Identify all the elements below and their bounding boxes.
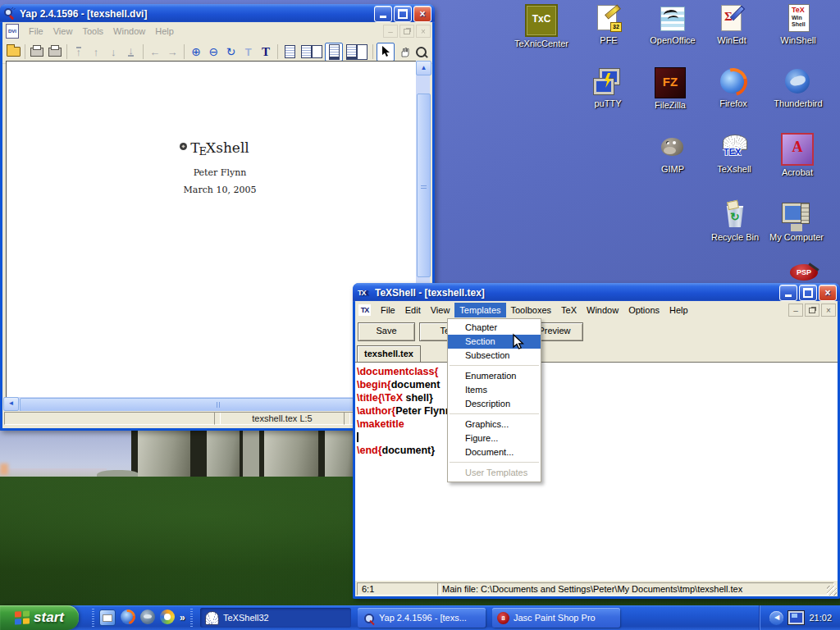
hand-tool-icon[interactable]	[395, 43, 412, 61]
texshell-menu-view[interactable]: View	[426, 303, 455, 317]
outlook-express-icon[interactable]	[99, 609, 116, 626]
thunderbird-icon[interactable]	[140, 609, 155, 624]
texshell-minimize-button[interactable]	[779, 285, 797, 301]
quick-launch-overflow-icon[interactable]: »	[180, 612, 185, 623]
yap-close-button[interactable]: ×	[413, 6, 431, 22]
yap-titlebar[interactable]: Yap 2.4.1596 - [texshell.dvi] ×	[0, 4, 435, 23]
texshell-mdi-close-button[interactable]: ×	[821, 304, 836, 317]
texshell-menu-templates[interactable]: Templates	[454, 303, 505, 317]
desktop-icon-winshell[interactable]: TeXWinShellWinShell	[767, 4, 829, 45]
texshell-titlebar[interactable]: TX TeXShell - [texshell.tex] ×	[353, 283, 840, 302]
media-player-icon[interactable]	[160, 609, 175, 624]
taskbar-button-texshell32[interactable]: TeXShell32	[200, 608, 351, 628]
yap-menu-file[interactable]: File	[24, 24, 48, 39]
gimp-icon	[658, 133, 687, 162]
texshell-mdi-restore-button[interactable]	[805, 304, 819, 317]
desktop-icon-texniccenter[interactable]: TxCTeXnicCenter	[510, 4, 573, 48]
forward-icon[interactable]: →	[164, 43, 180, 61]
main-file-status: Main file: C:\Documents and Settings\Pet…	[437, 582, 834, 596]
desktop-icon-acrobat[interactable]: AAcrobat	[766, 133, 829, 177]
yap-menu-window[interactable]: Window	[108, 24, 150, 39]
task-buttons: TeXShell32Yap 2.4.1596 - [texs...8Jasc P…	[200, 608, 620, 628]
print-icon[interactable]	[29, 43, 45, 61]
toolbar-save-button[interactable]: Save	[358, 322, 415, 341]
desktop-icon-gimp[interactable]: GIMP	[641, 133, 704, 174]
yap-status-left	[4, 412, 221, 425]
zoom-out-icon[interactable]: ⊖	[205, 43, 221, 61]
first-page-icon[interactable]: ↑	[71, 43, 87, 61]
yap-mdi-restore-button[interactable]	[399, 25, 414, 38]
texshell-menu-toolboxes[interactable]: Toolboxes	[506, 303, 557, 317]
texshell-menu-tex[interactable]: TeX	[556, 303, 582, 317]
desktop-icon-putty[interactable]: puTTY	[577, 67, 639, 108]
previous-page-icon[interactable]: ↑	[88, 43, 104, 61]
texshell-close-button[interactable]: ×	[819, 285, 837, 301]
dvi-author: Peter Flynn	[121, 167, 318, 178]
text-select-icon[interactable]: T	[240, 43, 257, 61]
taskbar-button-yap-2-4-1596-texs[interactable]: Yap 2.4.1596 - [texs...	[358, 608, 486, 628]
desktop-icon-filezilla[interactable]: FZFileZilla	[639, 67, 701, 110]
desktop-icon-paint-shop-pro[interactable]: PSP	[779, 264, 829, 281]
firefox-icon[interactable]	[121, 609, 135, 624]
zoom-in-icon[interactable]: ⊕	[188, 43, 204, 61]
continuous-double-view-icon[interactable]	[344, 43, 369, 61]
hide-icons-chevron-icon[interactable]: ◀	[769, 611, 783, 625]
scroll-left-icon[interactable]: ◄	[3, 397, 19, 411]
desktop-icon-recyclebin[interactable]: ↻Recycle Bin	[704, 201, 766, 242]
desktop-icon-texshell[interactable]: TEXTeXshell	[703, 133, 765, 174]
stone	[138, 431, 190, 480]
taskbar-button-jasc-paint-shop-pro[interactable]: 8Jasc Paint Shop Pro	[492, 608, 620, 628]
yap-mdi-close-button[interactable]: ×	[416, 25, 431, 38]
menu-item-document[interactable]: Document...	[448, 445, 541, 459]
start-button[interactable]: start	[0, 605, 79, 630]
yap-menu-help[interactable]: Help	[150, 24, 179, 39]
desktop-icon-openoffice[interactable]: OpenOffice	[641, 4, 704, 45]
yap-mdi-minimize-button[interactable]: –	[383, 25, 398, 38]
texshell-menu-window[interactable]: Window	[582, 303, 623, 317]
texshell-menu-help[interactable]: Help	[664, 303, 693, 317]
texshell-menu-file[interactable]: File	[376, 303, 400, 317]
menu-item-figure[interactable]: Figure...	[448, 431, 541, 445]
texshell-maximize-button[interactable]	[799, 285, 817, 301]
menu-item-items[interactable]: Items	[448, 383, 541, 397]
open-icon[interactable]	[5, 43, 21, 61]
texshell-menu-edit[interactable]: Edit	[400, 303, 426, 317]
back-icon[interactable]: ←	[147, 43, 163, 61]
stone	[207, 431, 240, 479]
pointer-tool-icon[interactable]	[377, 43, 395, 62]
desktop-icon-mycomputer[interactable]: My Computer	[765, 201, 828, 242]
network-tray-icon[interactable]	[788, 611, 804, 624]
taskband-grip[interactable]	[190, 609, 193, 627]
next-page-icon[interactable]: ↓	[105, 43, 121, 61]
desktop-icon-firefox[interactable]: Firefox	[702, 67, 765, 108]
desktop-icon-winedt[interactable]: ΣWinEdt	[701, 4, 763, 45]
tab-texshell-tex[interactable]: texshell.tex	[357, 345, 421, 362]
yap-menu-view[interactable]: View	[48, 24, 78, 39]
double-page-view-icon[interactable]	[299, 43, 324, 61]
yap-menu-tools[interactable]: Tools	[77, 24, 108, 39]
menu-item-graphics[interactable]: Graphics...	[448, 418, 541, 431]
text-tool-icon[interactable]: T	[258, 43, 274, 61]
quick-launch-grip[interactable]	[92, 609, 94, 627]
continuous-view-icon[interactable]	[325, 43, 343, 62]
menu-item-description[interactable]: Description	[448, 397, 541, 411]
code-line-6	[357, 431, 838, 444]
pfe-icon: 32	[594, 4, 623, 34]
yap-vscroll-thumb[interactable]	[417, 94, 431, 277]
resize-grip[interactable]	[827, 586, 837, 596]
print-setup-icon[interactable]	[46, 43, 62, 61]
yap-minimize-button[interactable]	[374, 6, 392, 22]
menu-item-enumeration[interactable]: Enumeration	[448, 369, 541, 383]
scroll-up-icon[interactable]: ▲	[416, 61, 431, 75]
yap-app-icon	[3, 7, 16, 21]
yap-maximize-button[interactable]	[394, 6, 412, 22]
desktop-icon-pfe[interactable]: 32PFE	[578, 4, 640, 45]
desktop-icon-thunderbird[interactable]: Thunderbird	[767, 67, 829, 108]
refresh-icon[interactable]: ↻	[222, 43, 239, 61]
texshell-editor[interactable]: \documentclass{\begin{document\title{\Te…	[355, 362, 838, 581]
last-page-icon[interactable]: ↓	[122, 43, 139, 61]
magnify-tool-icon[interactable]	[413, 43, 430, 61]
texshell-menu-options[interactable]: Options	[623, 303, 664, 317]
texshell-mdi-minimize-button[interactable]: –	[788, 304, 803, 317]
single-page-view-icon[interactable]	[281, 43, 298, 61]
